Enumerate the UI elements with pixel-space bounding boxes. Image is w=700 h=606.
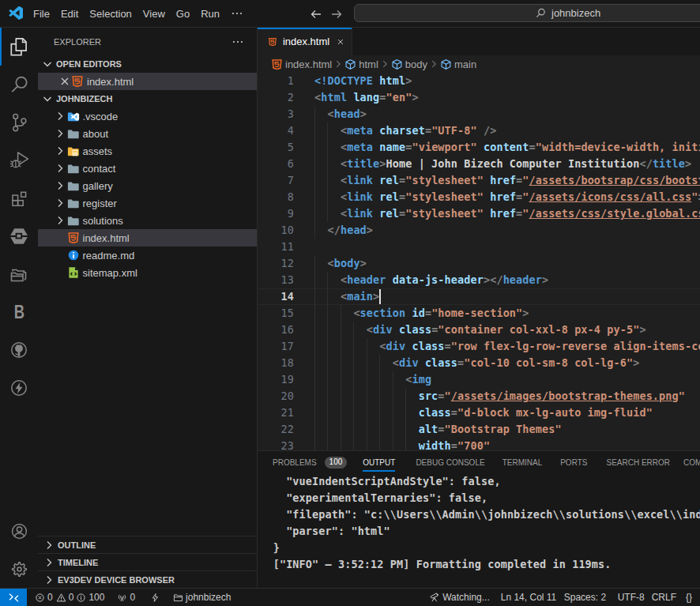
breadcrumb-separator-icon bbox=[379, 58, 390, 70]
code-text: <head> bbox=[314, 106, 367, 122]
activitybar-search-icon[interactable] bbox=[0, 66, 38, 104]
nav-back-icon[interactable] bbox=[310, 8, 322, 21]
breadcrumb-main[interactable]: main bbox=[440, 58, 476, 70]
section-ev3dev-device-browser[interactable]: EV3DEV DEVICE BROWSER bbox=[38, 570, 257, 588]
close-icon[interactable] bbox=[336, 36, 345, 48]
indent-guide bbox=[405, 388, 406, 405]
panel-tab-comments[interactable]: COMMENTS bbox=[683, 451, 700, 473]
tab-index-html[interactable]: index.html bbox=[258, 28, 352, 55]
section-outline[interactable]: OUTLINE bbox=[38, 536, 257, 553]
language-mode[interactable]: {} bbox=[686, 592, 692, 603]
code-line-20: 20 src="/assets/images/bootstrap-themes.… bbox=[258, 388, 700, 405]
code-text: <img bbox=[314, 371, 431, 388]
problems-status[interactable]: 0 0 100 bbox=[35, 592, 104, 603]
panel-tab-problems[interactable]: PROBLEMS100 bbox=[273, 451, 347, 473]
indent-guide bbox=[314, 288, 315, 305]
line-number: 6 bbox=[258, 156, 294, 172]
indentation[interactable]: Spaces: 2 bbox=[564, 592, 606, 603]
indent-guide bbox=[327, 189, 328, 205]
encoding[interactable]: UTF-8 bbox=[618, 592, 645, 603]
tree-item-gallery[interactable]: gallery bbox=[38, 177, 257, 194]
open-editors-header[interactable]: OPEN EDITORS bbox=[38, 55, 257, 73]
code-token: > bbox=[542, 273, 548, 286]
tree-item-index.html[interactable]: index.html bbox=[38, 229, 257, 247]
output-line: "parser": "html" bbox=[273, 523, 390, 540]
activitybar-settings-gear-icon[interactable] bbox=[0, 550, 38, 588]
code-token: > bbox=[405, 74, 412, 87]
command-center-search[interactable]: johnbizech bbox=[354, 4, 700, 22]
menu-more[interactable] bbox=[225, 0, 249, 27]
indent-guide bbox=[367, 405, 367, 421]
code-token: div bbox=[373, 323, 393, 336]
code-token: < bbox=[341, 124, 347, 137]
code-token: /assets/icons/css/all.css bbox=[529, 190, 692, 203]
folder-status[interactable]: johnbizech bbox=[173, 592, 231, 603]
activitybar-ev3dev-icon[interactable] bbox=[0, 217, 38, 255]
tree-item-assets[interactable]: assets bbox=[38, 142, 257, 160]
menu-file[interactable]: File bbox=[28, 0, 55, 27]
thunder-status[interactable] bbox=[150, 593, 160, 603]
tree-item-.vscode[interactable]: .vscode bbox=[38, 107, 257, 125]
indent-guide bbox=[341, 355, 341, 371]
indent-guide bbox=[327, 172, 328, 189]
remote-icon bbox=[8, 592, 20, 604]
indent-guide bbox=[393, 421, 393, 438]
remote-indicator[interactable] bbox=[0, 589, 27, 606]
code-token: "width=device-width, initia bbox=[536, 141, 700, 153]
watching-status[interactable]: Watching... bbox=[429, 592, 490, 603]
panel-tab-ports[interactable]: PORTS bbox=[560, 451, 587, 473]
activitybar-github-icon[interactable] bbox=[0, 331, 38, 369]
indent-guide bbox=[327, 156, 328, 172]
menu-go[interactable]: Go bbox=[171, 0, 195, 27]
tree-item-sitemap.xml[interactable]: sitemap.xml bbox=[38, 264, 257, 281]
cursor-position[interactable]: Ln 14, Col 11 bbox=[501, 592, 557, 603]
explorer-actions-icon[interactable] bbox=[231, 36, 244, 48]
section-timeline[interactable]: TIMELINE bbox=[38, 553, 257, 570]
activitybar-project-manager-icon[interactable] bbox=[0, 255, 38, 293]
nav-forward-icon[interactable] bbox=[330, 8, 343, 21]
panel-tab-search-error[interactable]: SEARCH ERROR bbox=[606, 451, 670, 473]
menu-view[interactable]: View bbox=[137, 0, 171, 27]
code-token: = bbox=[451, 439, 457, 450]
menu-run[interactable]: Run bbox=[195, 0, 225, 27]
activitybar-thunder-client-icon[interactable] bbox=[0, 369, 38, 407]
activitybar-source-control-icon[interactable] bbox=[0, 104, 38, 141]
code-token: < bbox=[341, 190, 347, 203]
activitybar-files-icon[interactable] bbox=[0, 28, 38, 66]
menu-edit[interactable]: Edit bbox=[55, 0, 84, 27]
activitybar-bootstrap-b-icon[interactable]: B bbox=[0, 293, 38, 331]
panel-tab-terminal[interactable]: TERMINAL bbox=[502, 451, 543, 473]
ev3dev-icon bbox=[9, 227, 28, 246]
folder-icon bbox=[67, 127, 80, 140]
activitybar-run-debug-icon[interactable] bbox=[0, 141, 38, 179]
tree-item-contact[interactable]: contact bbox=[38, 160, 257, 177]
breadcrumb-body[interactable]: body bbox=[391, 58, 427, 70]
indent-guide bbox=[314, 272, 315, 288]
tree-item-label: readme.md bbox=[83, 250, 135, 262]
indent-guide bbox=[327, 405, 328, 421]
html5-icon bbox=[71, 75, 84, 88]
tree-item-register[interactable]: register bbox=[38, 194, 257, 212]
activitybar-extensions-icon[interactable] bbox=[0, 179, 38, 217]
ports-status[interactable]: 0 bbox=[117, 592, 135, 603]
chevron-right-icon bbox=[43, 574, 55, 586]
panel-tab-debug-console[interactable]: DEBUG CONSOLE bbox=[416, 451, 484, 473]
code-token: rel bbox=[373, 190, 399, 203]
code-token: > bbox=[412, 91, 418, 104]
breadcrumb-index.html[interactable]: index.html bbox=[271, 58, 332, 70]
tree-item-about[interactable]: about bbox=[38, 125, 257, 142]
output-content[interactable]: "vueIndentScriptAndStyle": false, "exper… bbox=[258, 473, 700, 588]
close-icon[interactable] bbox=[58, 75, 71, 88]
menu-selection[interactable]: Selection bbox=[84, 0, 137, 27]
activitybar-account-icon[interactable] bbox=[0, 512, 38, 550]
breadcrumb-html[interactable]: html bbox=[344, 58, 378, 70]
panel-tab-output[interactable]: OUTPUT bbox=[363, 451, 395, 473]
tree-item-readme.md[interactable]: readme.md bbox=[38, 247, 257, 264]
root-folder-header[interactable]: JOHNBIZECH bbox=[38, 90, 257, 107]
open-editor-index.html[interactable]: index.html bbox=[38, 73, 257, 90]
eol-sequence[interactable]: CRLF bbox=[652, 592, 676, 603]
code-editor[interactable]: 1<!DOCTYPE html>2<html lang="en">3 <head… bbox=[258, 73, 700, 450]
warning-icon bbox=[56, 593, 66, 603]
code-text: <link rel="stylesheet" href="/assets/css… bbox=[314, 205, 700, 222]
tree-item-solutions[interactable]: solutions bbox=[38, 212, 257, 229]
